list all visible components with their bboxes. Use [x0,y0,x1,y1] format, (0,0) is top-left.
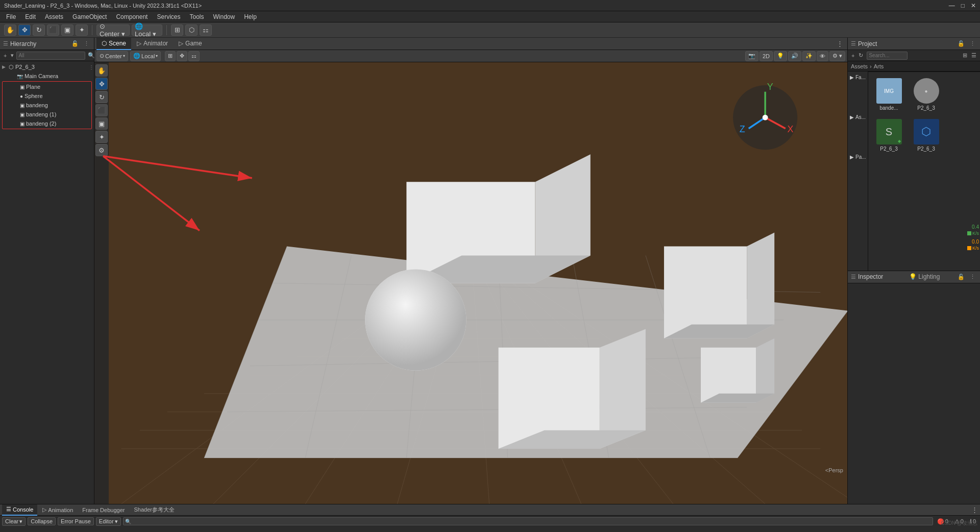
align-tool-btn[interactable]: ⚏ [188,51,200,61]
gizmo-rect[interactable]: ▣ [95,117,108,130]
gizmo-custom[interactable]: ⚙ [95,144,108,156]
menu-services[interactable]: Services [153,12,184,21]
tab-console[interactable]: ☰ Console [2,504,37,516]
project-add-btn[interactable]: + [850,52,856,59]
menu-file[interactable]: File [2,12,20,21]
fx-btn[interactable]: ✨ [802,51,816,61]
rect-tool-button[interactable]: ▣ [61,25,74,36]
gizmo-scale[interactable]: ⬛ [95,104,108,116]
inspector-tab-label[interactable]: Inspector [858,273,903,280]
project-icon-view-btn[interactable]: ⊞ [961,52,969,59]
scale-tool-button[interactable]: ⬛ [47,25,59,36]
move-tool-button[interactable]: ✥ [18,25,31,36]
lighting-tab-label[interactable]: 💡 Lighting [909,273,954,280]
tab-framedebugger[interactable]: Frame Debugger [78,504,129,516]
gizmo-move[interactable]: ✥ [95,78,108,90]
hierarchy-item-root[interactable]: ▶ ⬡ P2_6_3 ⋮ [0,62,94,71]
2d-btn[interactable]: 2D [760,51,773,61]
hierarchy-lock-btn[interactable]: 🔓 [70,40,80,47]
hierarchy-item-plane[interactable]: ▣ Plane [3,82,91,91]
menu-gameobject[interactable]: GameObject [68,12,111,21]
scene-tab-more[interactable]: ⋮ [835,40,845,47]
hier-bandeng-label: bandeng [26,102,48,108]
hand-tool-button[interactable]: ✋ [4,25,16,36]
move-tool-btn2[interactable]: ✥ [177,51,187,61]
menu-tools[interactable]: Tools [185,12,208,21]
tab-animation[interactable]: ▷ Animation [38,504,77,516]
pivot-scene-label: Center [105,53,122,59]
proj-tree-item-fa[interactable]: ▶Fa... [848,72,868,82]
project-more-btn[interactable]: ⋮ [968,40,977,47]
svg-point-43 [365,269,466,370]
menu-component[interactable]: Component [112,12,152,21]
console-tab-more-btn[interactable]: ⋮ [971,506,978,514]
maximize-button[interactable]: □ [961,2,965,9]
hierarchy-minus-btn[interactable]: ▾ [9,52,15,59]
asset-item-bande[interactable]: IMG bande... [872,76,905,113]
gizmo-btn[interactable]: ⚙ ▾ [829,51,845,61]
hierarchy-item-bandeng1[interactable]: ▣ bandeng (1) [3,110,91,119]
hierarchy-item-bandeng[interactable]: ▣ bandeng [3,101,91,110]
toolbar-sep-1 [92,25,92,35]
console-search-input[interactable] [123,517,933,525]
menu-edit[interactable]: Edit [21,12,40,21]
error-pause-button[interactable]: Error Pause [58,517,94,525]
hierarchy-more-btn[interactable]: ⋮ [82,40,91,47]
grid-button[interactable]: ⊞ [171,25,183,36]
hide-btn[interactable]: 👁 [817,51,828,61]
menu-window[interactable]: Window [209,12,239,21]
coord-button[interactable]: 🌐 Local ▾ [132,25,162,36]
viewport[interactable]: ✋ ✥ ↻ ⬛ ▣ ✦ ⚙ [94,62,847,504]
project-refresh-btn[interactable]: ↻ [857,52,865,59]
gizmo-hand[interactable]: ✋ [95,64,108,77]
tab-animator[interactable]: ▷ Animator [132,38,173,50]
asset-item-shader[interactable]: S ◆ P2_6_3 [872,117,905,154]
shaderref-tab-label: Shader参考大全 [134,506,174,514]
coord-scene-btn[interactable]: 🌐 Local ▾ [130,51,161,61]
asset-item-material[interactable]: ● P2_6_3 [910,76,943,113]
hierarchy-item-maincamera[interactable]: 📷 Main Camera [0,71,94,81]
minimize-button[interactable]: — [949,2,955,9]
hierarchy-item-sphere[interactable]: ● Sphere [3,91,91,101]
asset-item-prefab[interactable]: ⬡ P2_6_3 [910,117,943,154]
grid-tool-btn[interactable]: ⊞ [165,51,176,61]
tab-shaderref[interactable]: Shader参考大全 [130,504,178,516]
svg-marker-37 [756,338,774,403]
tab-game[interactable]: ▷ Game [174,38,207,50]
hier-root-more[interactable]: ⋮ [89,64,94,70]
collapse-button[interactable]: Collapse [28,517,56,525]
clear-button[interactable]: Clear ▾ [2,517,26,526]
project-list-view-btn[interactable]: ☰ [970,52,978,59]
project-search-input[interactable] [867,52,908,60]
align-button[interactable]: ⚏ [200,25,212,36]
hierarchy-item-bandeng2[interactable]: ▣ bandeng (2) [3,119,91,128]
proj-tree-item-as[interactable]: ▶As... [848,112,868,122]
project-lock-btn[interactable]: 🔓 [956,40,966,47]
inspector-more-btn[interactable]: ⋮ [968,273,977,281]
bottom-panel: ☰ Console ▷ Animation Frame Debugger Sha… [0,504,980,532]
proj-tree-item-pa[interactable]: ▶Pa... [848,152,868,161]
hierarchy-add-btn[interactable]: + [2,52,8,59]
hierarchy-search-input[interactable] [16,52,85,60]
menu-assets[interactable]: Assets [41,12,67,21]
svg-text:Z: Z [740,124,745,134]
editor-dropdown[interactable]: Editor ▾ [96,517,121,526]
camera-btn[interactable]: 📷 [745,51,758,61]
breadcrumb-arts[interactable]: Arts [874,63,884,69]
top-toolbar: ✋ ✥ ↻ ⬛ ▣ ✦ ⊙ Center ▾ 🌐 Local ▾ ⊞ ⬡ ⚏ ▶… [0,22,980,38]
gizmo-transform[interactable]: ✦ [95,131,108,143]
pivot-scene-btn[interactable]: ⊙ Center ▾ [96,51,128,61]
svg-text:Y: Y [767,82,773,92]
light-btn[interactable]: 💡 [774,51,787,61]
menu-help[interactable]: Help [240,12,261,21]
breadcrumb-assets[interactable]: Assets [851,63,868,69]
inspector-lock-btn[interactable]: 🔓 [956,273,966,281]
close-button[interactable]: ✕ [971,2,976,9]
rotate-tool-button[interactable]: ↻ [33,25,45,36]
audio-btn[interactable]: 🔊 [788,51,801,61]
snap-button[interactable]: ⬡ [185,25,198,36]
transform-tool-button[interactable]: ✦ [76,25,88,36]
tab-scene[interactable]: ⬡ Scene [96,38,131,50]
gizmo-rotate[interactable]: ↻ [95,91,108,103]
pivot-button[interactable]: ⊙ Center ▾ [96,25,130,36]
